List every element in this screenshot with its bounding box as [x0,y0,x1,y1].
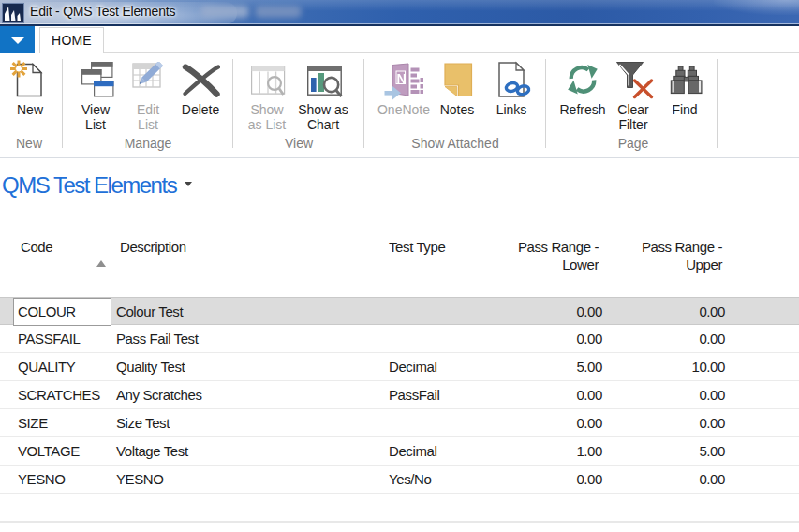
svg-text:N: N [397,71,407,86]
